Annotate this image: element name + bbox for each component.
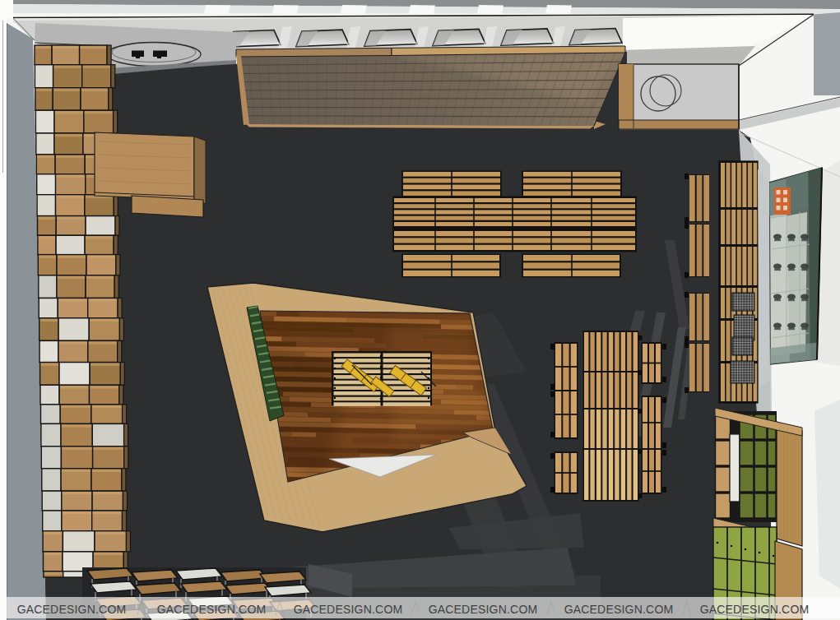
svg-text:GACEDESIGN.COM: GACEDESIGN.COM <box>17 603 127 616</box>
svg-text:GACEDESIGN.COM: GACEDESIGN.COM <box>157 603 267 616</box>
svg-text:GACEDESIGN.COM: GACEDESIGN.COM <box>294 603 403 616</box>
svg-text:GACEDESIGN.COM: GACEDESIGN.COM <box>564 603 674 616</box>
svg-text:GACEDESIGN.COM: GACEDESIGN.COM <box>700 603 810 616</box>
svg-text:GACEDESIGN.COM: GACEDESIGN.COM <box>429 603 538 616</box>
